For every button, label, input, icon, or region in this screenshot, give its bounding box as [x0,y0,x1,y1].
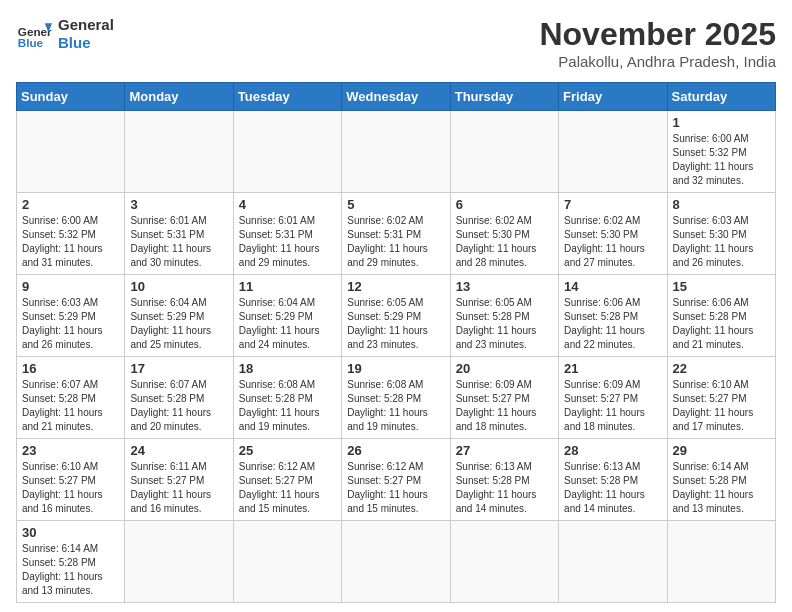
calendar-cell: 4Sunrise: 6:01 AM Sunset: 5:31 PM Daylig… [233,193,341,275]
day-number: 1 [673,115,770,130]
day-info: Sunrise: 6:03 AM Sunset: 5:29 PM Dayligh… [22,296,119,352]
calendar-cell: 11Sunrise: 6:04 AM Sunset: 5:29 PM Dayli… [233,275,341,357]
day-info: Sunrise: 6:02 AM Sunset: 5:30 PM Dayligh… [564,214,661,270]
weekday-header-sunday: Sunday [17,83,125,111]
calendar-cell [450,111,558,193]
calendar-cell: 2Sunrise: 6:00 AM Sunset: 5:32 PM Daylig… [17,193,125,275]
logo-icon: General Blue [16,16,52,52]
day-info: Sunrise: 6:13 AM Sunset: 5:28 PM Dayligh… [564,460,661,516]
day-number: 24 [130,443,227,458]
day-info: Sunrise: 6:08 AM Sunset: 5:28 PM Dayligh… [347,378,444,434]
day-info: Sunrise: 6:04 AM Sunset: 5:29 PM Dayligh… [130,296,227,352]
calendar-cell: 22Sunrise: 6:10 AM Sunset: 5:27 PM Dayli… [667,357,775,439]
week-row-1: 1Sunrise: 6:00 AM Sunset: 5:32 PM Daylig… [17,111,776,193]
day-info: Sunrise: 6:10 AM Sunset: 5:27 PM Dayligh… [673,378,770,434]
day-number: 21 [564,361,661,376]
weekday-header-saturday: Saturday [667,83,775,111]
calendar-cell [559,521,667,603]
calendar-cell: 27Sunrise: 6:13 AM Sunset: 5:28 PM Dayli… [450,439,558,521]
calendar-cell: 19Sunrise: 6:08 AM Sunset: 5:28 PM Dayli… [342,357,450,439]
day-number: 27 [456,443,553,458]
day-number: 22 [673,361,770,376]
calendar-cell: 7Sunrise: 6:02 AM Sunset: 5:30 PM Daylig… [559,193,667,275]
calendar-cell [559,111,667,193]
day-info: Sunrise: 6:04 AM Sunset: 5:29 PM Dayligh… [239,296,336,352]
calendar-cell: 17Sunrise: 6:07 AM Sunset: 5:28 PM Dayli… [125,357,233,439]
day-info: Sunrise: 6:08 AM Sunset: 5:28 PM Dayligh… [239,378,336,434]
day-number: 20 [456,361,553,376]
calendar-cell: 29Sunrise: 6:14 AM Sunset: 5:28 PM Dayli… [667,439,775,521]
weekday-header-friday: Friday [559,83,667,111]
calendar-cell: 9Sunrise: 6:03 AM Sunset: 5:29 PM Daylig… [17,275,125,357]
day-number: 12 [347,279,444,294]
calendar-cell: 14Sunrise: 6:06 AM Sunset: 5:28 PM Dayli… [559,275,667,357]
day-number: 30 [22,525,119,540]
day-number: 23 [22,443,119,458]
weekday-header-row: SundayMondayTuesdayWednesdayThursdayFrid… [17,83,776,111]
day-number: 11 [239,279,336,294]
day-number: 3 [130,197,227,212]
day-info: Sunrise: 6:14 AM Sunset: 5:28 PM Dayligh… [673,460,770,516]
day-number: 25 [239,443,336,458]
day-info: Sunrise: 6:05 AM Sunset: 5:29 PM Dayligh… [347,296,444,352]
title-block: November 2025 Palakollu, Andhra Pradesh,… [539,16,776,70]
day-info: Sunrise: 6:12 AM Sunset: 5:27 PM Dayligh… [347,460,444,516]
calendar-cell: 20Sunrise: 6:09 AM Sunset: 5:27 PM Dayli… [450,357,558,439]
calendar-cell [125,111,233,193]
day-number: 4 [239,197,336,212]
calendar-cell: 1Sunrise: 6:00 AM Sunset: 5:32 PM Daylig… [667,111,775,193]
calendar-cell: 12Sunrise: 6:05 AM Sunset: 5:29 PM Dayli… [342,275,450,357]
calendar-cell: 15Sunrise: 6:06 AM Sunset: 5:28 PM Dayli… [667,275,775,357]
day-number: 13 [456,279,553,294]
calendar-cell [342,111,450,193]
day-info: Sunrise: 6:11 AM Sunset: 5:27 PM Dayligh… [130,460,227,516]
weekday-header-thursday: Thursday [450,83,558,111]
day-number: 16 [22,361,119,376]
day-number: 5 [347,197,444,212]
logo: General Blue General Blue [16,16,114,52]
day-number: 10 [130,279,227,294]
day-info: Sunrise: 6:06 AM Sunset: 5:28 PM Dayligh… [673,296,770,352]
weekday-header-monday: Monday [125,83,233,111]
day-info: Sunrise: 6:03 AM Sunset: 5:30 PM Dayligh… [673,214,770,270]
page-header: General Blue General Blue November 2025 … [16,16,776,70]
day-number: 17 [130,361,227,376]
day-info: Sunrise: 6:09 AM Sunset: 5:27 PM Dayligh… [564,378,661,434]
day-number: 19 [347,361,444,376]
calendar-cell: 5Sunrise: 6:02 AM Sunset: 5:31 PM Daylig… [342,193,450,275]
day-number: 9 [22,279,119,294]
day-info: Sunrise: 6:02 AM Sunset: 5:30 PM Dayligh… [456,214,553,270]
day-info: Sunrise: 6:13 AM Sunset: 5:28 PM Dayligh… [456,460,553,516]
month-title: November 2025 [539,16,776,53]
calendar-cell: 6Sunrise: 6:02 AM Sunset: 5:30 PM Daylig… [450,193,558,275]
calendar-cell [233,111,341,193]
calendar-cell: 30Sunrise: 6:14 AM Sunset: 5:28 PM Dayli… [17,521,125,603]
day-info: Sunrise: 6:01 AM Sunset: 5:31 PM Dayligh… [130,214,227,270]
week-row-2: 2Sunrise: 6:00 AM Sunset: 5:32 PM Daylig… [17,193,776,275]
day-number: 8 [673,197,770,212]
logo-general-text: General [58,16,114,34]
day-info: Sunrise: 6:07 AM Sunset: 5:28 PM Dayligh… [22,378,119,434]
day-info: Sunrise: 6:00 AM Sunset: 5:32 PM Dayligh… [22,214,119,270]
day-number: 2 [22,197,119,212]
day-info: Sunrise: 6:01 AM Sunset: 5:31 PM Dayligh… [239,214,336,270]
day-info: Sunrise: 6:06 AM Sunset: 5:28 PM Dayligh… [564,296,661,352]
day-info: Sunrise: 6:02 AM Sunset: 5:31 PM Dayligh… [347,214,444,270]
day-number: 18 [239,361,336,376]
calendar-cell: 10Sunrise: 6:04 AM Sunset: 5:29 PM Dayli… [125,275,233,357]
week-row-4: 16Sunrise: 6:07 AM Sunset: 5:28 PM Dayli… [17,357,776,439]
day-info: Sunrise: 6:10 AM Sunset: 5:27 PM Dayligh… [22,460,119,516]
calendar-cell: 21Sunrise: 6:09 AM Sunset: 5:27 PM Dayli… [559,357,667,439]
day-info: Sunrise: 6:07 AM Sunset: 5:28 PM Dayligh… [130,378,227,434]
week-row-5: 23Sunrise: 6:10 AM Sunset: 5:27 PM Dayli… [17,439,776,521]
day-number: 14 [564,279,661,294]
calendar-table: SundayMondayTuesdayWednesdayThursdayFrid… [16,82,776,603]
calendar-cell: 25Sunrise: 6:12 AM Sunset: 5:27 PM Dayli… [233,439,341,521]
day-number: 29 [673,443,770,458]
weekday-header-tuesday: Tuesday [233,83,341,111]
calendar-cell [17,111,125,193]
weekday-header-wednesday: Wednesday [342,83,450,111]
calendar-cell: 3Sunrise: 6:01 AM Sunset: 5:31 PM Daylig… [125,193,233,275]
calendar-cell [342,521,450,603]
calendar-cell [233,521,341,603]
